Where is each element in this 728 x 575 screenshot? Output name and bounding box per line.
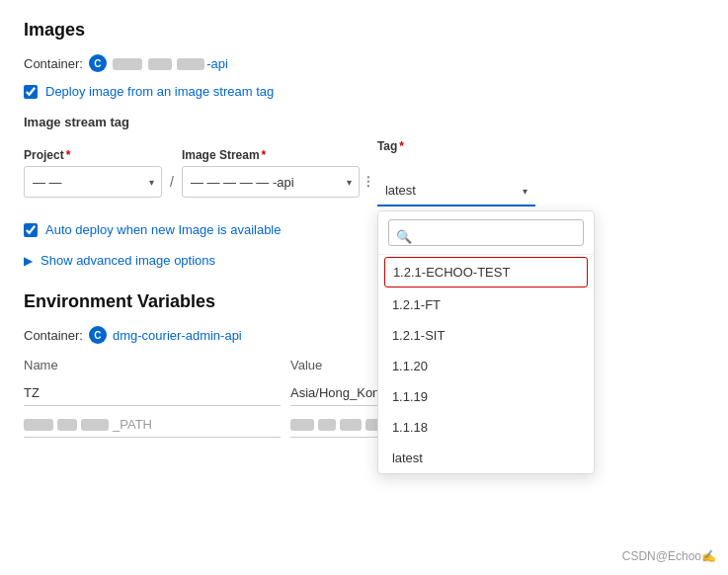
advanced-options-row[interactable]: ▶ Show advanced image options <box>24 253 704 268</box>
tag-field-wrapper[interactable]: latest ▾ 🔍 1.2.1-ECHOO-TEST 1.2.1-FT 1.2… <box>377 175 535 206</box>
container-icon: C <box>89 54 107 72</box>
deploy-checkbox[interactable] <box>24 85 38 99</box>
slash-divider: / <box>162 174 182 190</box>
project-select[interactable]: — — <box>24 166 162 198</box>
tag-label: Tag* <box>377 139 535 153</box>
auto-deploy-checkbox-row[interactable]: Auto deploy when new Image is available <box>24 222 704 237</box>
env-container-label: Container: C dmg-courier-admin-api <box>24 326 704 344</box>
tag-item-1120[interactable]: 1.1.20 <box>378 351 594 381</box>
env-fields-header: Name Value <box>24 358 704 372</box>
fields-row: Project* — — ▾ / Image Stream* — — — — —… <box>24 139 704 206</box>
tag-dropdown[interactable]: 🔍 1.2.1-ECHOO-TEST 1.2.1-FT 1.2.1-SIT 1.… <box>377 210 595 474</box>
container1-name: -api <box>113 56 228 71</box>
container-row: Container: C -api <box>24 54 704 72</box>
search-icon: 🔍 <box>396 229 412 244</box>
image-stream-tag-section: Image stream tag Project* — — ▾ / Image … <box>24 115 704 206</box>
tag-select-wrapper[interactable]: latest ▾ <box>377 175 535 206</box>
image-stream-select-wrapper[interactable]: — — — — — -api ▾ <box>182 166 360 198</box>
env-container-label-text: Container: <box>24 328 83 343</box>
env-section-title: Environment Variables <box>24 291 704 312</box>
advanced-options-chevron-icon: ▶ <box>24 254 33 268</box>
container-label-text: Container: <box>24 56 83 71</box>
tag-item-echoo-test[interactable]: 1.2.1-ECHOO-TEST <box>384 257 588 288</box>
env-section: Environment Variables Container: C dmg-c… <box>24 291 704 438</box>
tag-item-sit[interactable]: 1.2.1-SIT <box>378 320 594 351</box>
image-stream-label: Image Stream* <box>182 148 360 162</box>
tag-dropdown-list: 1.2.1-ECHOO-TEST 1.2.1-FT 1.2.1-SIT 1.1.… <box>378 255 594 473</box>
advanced-options-link[interactable]: Show advanced image options <box>40 253 215 268</box>
auto-deploy-checkbox[interactable] <box>24 223 38 237</box>
dots-separator: ⁝ <box>360 171 377 193</box>
auto-deploy-label: Auto deploy when new Image is available <box>45 222 281 237</box>
tag-search-input[interactable] <box>388 219 584 246</box>
image-stream-tag-label: Image stream tag <box>24 115 704 129</box>
tag-item-latest[interactable]: latest <box>378 443 594 473</box>
tag-item-1118[interactable]: 1.1.18 <box>378 412 594 443</box>
images-section-title: Images <box>24 20 704 41</box>
image-stream-field-group: Image Stream* — — — — — -api ▾ <box>182 148 360 198</box>
env-name-tz[interactable] <box>24 380 281 406</box>
tag-item-1119[interactable]: 1.1.19 <box>378 381 594 412</box>
tag-search-wrapper[interactable]: 🔍 <box>378 211 594 255</box>
tag-item-ft[interactable]: 1.2.1-FT <box>378 289 594 320</box>
tag-field-group: Tag* latest ▾ 🔍 1.2.1-ECHOO-TEST <box>377 139 535 206</box>
project-label: Project* <box>24 148 162 162</box>
env-row-blurred: _PATH d <box>24 412 704 438</box>
deploy-checkbox-row[interactable]: Deploy image from an image stream tag <box>24 84 704 99</box>
watermark: CSDN@Echoo✍ <box>622 549 716 563</box>
deploy-checkbox-label: Deploy image from an image stream tag <box>45 84 274 99</box>
env-container-icon: C <box>89 326 107 344</box>
project-field-group: Project* — — ▾ <box>24 148 162 198</box>
tag-select[interactable]: latest <box>377 175 535 206</box>
env-container-name: dmg-courier-admin-api <box>113 328 242 343</box>
env-name-col-header: Name <box>24 358 290 372</box>
env-row-tz <box>24 380 704 406</box>
image-stream-select[interactable]: — — — — — -api <box>182 166 360 198</box>
project-select-wrapper[interactable]: — — ▾ <box>24 166 162 198</box>
